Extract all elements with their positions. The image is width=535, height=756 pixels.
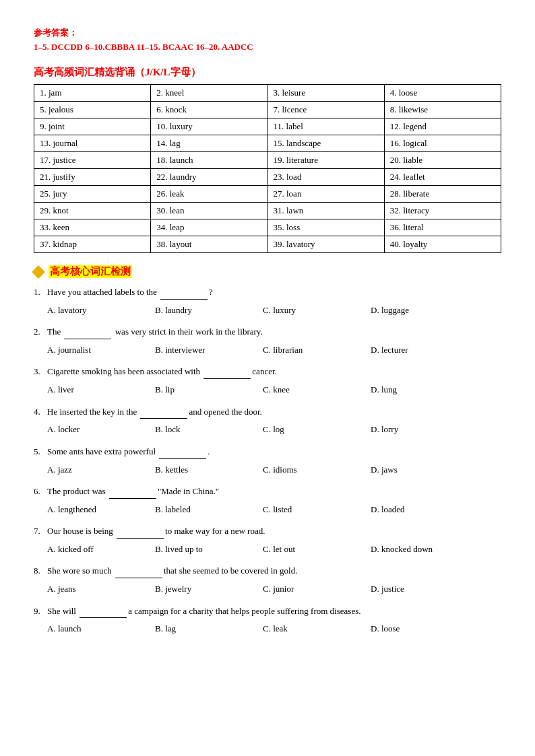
- option: A. lavatory: [47, 302, 155, 318]
- vocab-cell: 29. knot: [34, 203, 151, 219]
- question-text: 2. The was very strict in their work in …: [34, 324, 501, 339]
- blank: [159, 444, 206, 459]
- question-block: 4. He inserted the key in the and opened…: [34, 405, 501, 438]
- option: B. lip: [155, 382, 263, 397]
- vocab-cell: 13. journal: [34, 135, 151, 152]
- option: D. loaded: [371, 502, 478, 517]
- question-number: 5.: [34, 445, 47, 459]
- vocab-cell: 19. literature: [268, 152, 384, 169]
- question-text: 4. He inserted the key in the and opened…: [34, 405, 501, 419]
- option: B. lived up to: [155, 541, 263, 557]
- vocab-cell: 20. liable: [384, 152, 501, 169]
- option: D. loose: [371, 621, 478, 636]
- vocab-cell: 40. loyalty: [384, 236, 501, 253]
- question-block: 6. The product was "Made in China."A. le…: [34, 484, 501, 517]
- option: C. leak: [263, 621, 371, 636]
- options-line: A. journalistB. interviewerC. librarianD…: [34, 342, 501, 357]
- question-text: 9. She will a campaign for a charity tha…: [34, 604, 501, 619]
- blank: [203, 364, 251, 379]
- answer-title: 参考答案：: [34, 27, 501, 39]
- question-number: 6.: [34, 485, 47, 499]
- blank: [117, 524, 164, 539]
- option: C. knee: [263, 382, 371, 397]
- blank: [115, 563, 162, 578]
- option: A. launch: [47, 621, 155, 636]
- option: D. lecturer: [371, 342, 478, 357]
- core-title-wrapper: 高考核心词汇检测: [34, 265, 501, 278]
- option: D. lorry: [371, 421, 478, 437]
- option: D. lung: [371, 382, 478, 397]
- vocab-cell: 27. loan: [268, 186, 384, 203]
- blank: [109, 484, 156, 499]
- options-line: A. lockerB. lockC. logD. lorry: [34, 421, 501, 437]
- option: A. lengthened: [47, 502, 155, 517]
- blank: [80, 604, 127, 619]
- option: B. laundry: [155, 302, 263, 318]
- question-number: 3.: [34, 365, 47, 379]
- core-section: 高考核心词汇检测 1. Have you attached labels to …: [34, 265, 501, 637]
- vocab-cell: 4. loose: [384, 85, 501, 102]
- question-number: 8.: [34, 564, 47, 578]
- option: A. locker: [47, 421, 155, 437]
- vocab-cell: 10. luxury: [151, 118, 268, 135]
- question-block: 7. Our house is being to make way for a …: [34, 524, 501, 557]
- question-block: 8. She wore so much that she seemed to b…: [34, 563, 501, 596]
- vocab-cell: 23. load: [268, 169, 384, 186]
- core-title-text: 高考核心词汇检测: [49, 265, 132, 278]
- vocab-cell: 18. launch: [151, 152, 268, 169]
- option: C. luxury: [263, 302, 371, 318]
- vocab-cell: 39. lavatory: [268, 236, 384, 253]
- option: C. listed: [263, 502, 371, 517]
- question-number: 4.: [34, 405, 47, 419]
- option: B. interviewer: [155, 342, 263, 357]
- question-text: 8. She wore so much that she seemed to b…: [34, 563, 501, 578]
- option: C. log: [263, 421, 371, 437]
- questions-container: 1. Have you attached labels to the ?A. l…: [34, 285, 501, 637]
- answer-section: 参考答案： 1–5. DCCDD 6–10.CBBBA 11–15. BCAAC…: [34, 27, 501, 53]
- vocab-cell: 35. loss: [268, 219, 384, 236]
- option: D. justice: [371, 581, 478, 596]
- question-block: 5. Some ants have extra powerful .A. jaz…: [34, 444, 501, 477]
- options-line: A. lengthenedB. labeledC. listedD. loade…: [34, 502, 501, 517]
- vocab-cell: 14. lag: [151, 135, 268, 152]
- vocab-cell: 22. laundry: [151, 169, 268, 186]
- diamond-icon: [32, 265, 45, 279]
- vocab-cell: 31. lawn: [268, 203, 384, 219]
- vocab-cell: 2. kneel: [151, 85, 268, 102]
- vocab-cell: 32. literacy: [384, 203, 501, 219]
- option: C. junior: [263, 581, 371, 596]
- option: B. lag: [155, 621, 263, 636]
- vocab-cell: 25. jury: [34, 186, 151, 203]
- options-line: A. jazzB. kettlesC. idiomsD. jaws: [34, 462, 501, 477]
- question-number: 1.: [34, 285, 47, 300]
- vocab-cell: 17. justice: [34, 152, 151, 169]
- option: B. lock: [155, 421, 263, 437]
- options-line: A. liverB. lipC. kneeD. lung: [34, 382, 501, 397]
- question-text: 6. The product was "Made in China.": [34, 484, 501, 499]
- answer-text: 1–5. DCCDD 6–10.CBBBA 11–15. BCAAC 16–20…: [34, 42, 253, 53]
- option: D. jaws: [371, 462, 478, 477]
- vocab-cell: 30. lean: [151, 203, 268, 219]
- vocab-cell: 16. logical: [384, 135, 501, 152]
- question-text: 7. Our house is being to make way for a …: [34, 524, 501, 539]
- option: D. luggage: [371, 302, 478, 318]
- vocab-cell: 12. legend: [384, 118, 501, 135]
- blank: [160, 285, 208, 300]
- options-line: A. kicked offB. lived up toC. let outD. …: [34, 541, 501, 557]
- vocab-cell: 7. licence: [268, 102, 384, 118]
- question-number: 2.: [34, 325, 47, 339]
- option: A. journalist: [47, 342, 155, 357]
- blank: [140, 405, 187, 419]
- option: A. jazz: [47, 462, 155, 477]
- vocab-cell: 9. joint: [34, 118, 151, 135]
- vocab-cell: 15. landscape: [268, 135, 384, 152]
- vocab-section-title: 高考高频词汇精选背诵（J/K/L字母）: [34, 66, 501, 79]
- vocab-cell: 6. knock: [151, 102, 268, 118]
- question-block: 1. Have you attached labels to the ?A. l…: [34, 285, 501, 318]
- question-number: 9.: [34, 605, 47, 619]
- options-line: A. jeansB. jewelryC. juniorD. justice: [34, 581, 501, 596]
- vocab-cell: 1. jam: [34, 85, 151, 102]
- vocab-cell: 5. jealous: [34, 102, 151, 118]
- question-text: 3. Cigarette smoking has been associated…: [34, 364, 501, 379]
- question-block: 2. The was very strict in their work in …: [34, 324, 501, 357]
